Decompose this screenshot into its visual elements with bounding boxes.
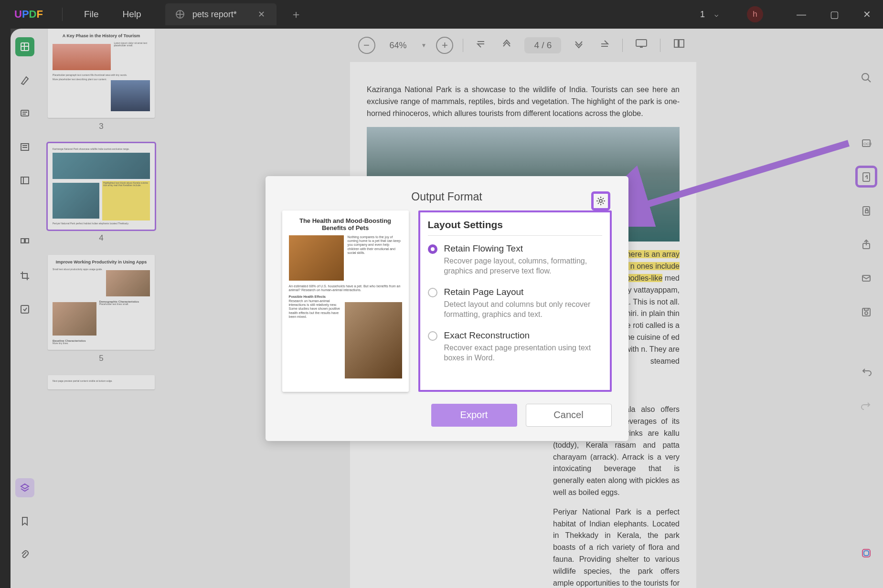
radio-icon xyxy=(428,288,437,297)
layout-settings-panel: Layout Settings Retain Flowing TextRecov… xyxy=(418,210,612,392)
user-avatar[interactable]: h xyxy=(747,6,763,22)
tab-close-icon[interactable]: ✕ xyxy=(256,7,267,21)
doc-dropdown-icon[interactable]: ⌵ xyxy=(714,10,718,18)
document-tab[interactable]: pets report* ✕ xyxy=(165,3,277,25)
menu-file[interactable]: File xyxy=(84,9,99,20)
dialog-title: Output Format xyxy=(282,190,612,203)
new-tab-button[interactable]: ＋ xyxy=(288,5,304,24)
minimize-button[interactable]: — xyxy=(789,5,813,24)
radio-icon xyxy=(428,244,437,254)
main-area: A Key Phase in the History of Tourism Lo… xyxy=(11,29,883,588)
cancel-button[interactable]: Cancel xyxy=(526,404,612,427)
modal-overlay: Output Format The Health and Mood-Boosti… xyxy=(11,29,883,588)
settings-title: Layout Settings xyxy=(428,219,602,236)
menu-help[interactable]: Help xyxy=(123,9,141,20)
option-page-layout[interactable]: Retain Page LayoutDetect layout and colu… xyxy=(428,287,602,320)
tab-title: pets report* xyxy=(192,10,237,20)
export-button[interactable]: Export xyxy=(431,404,517,427)
output-format-dialog: Output Format The Health and Mood-Boosti… xyxy=(266,176,628,441)
preview-pane: The Health and Mood-Boosting Benefits of… xyxy=(282,210,409,392)
tab-document-icon xyxy=(175,9,185,20)
close-button[interactable]: ✕ xyxy=(856,5,878,24)
maximize-button[interactable]: ▢ xyxy=(823,5,846,24)
radio-icon xyxy=(428,331,437,341)
option-flowing-text[interactable]: Retain Flowing TextRecover page layout, … xyxy=(428,243,602,276)
doc-count: 1 xyxy=(700,10,705,20)
app-logo: UPDF xyxy=(5,8,53,21)
option-exact-reconstruction[interactable]: Exact ReconstructionRecover exact page p… xyxy=(428,330,602,363)
settings-gear-icon[interactable] xyxy=(591,191,610,210)
svg-point-23 xyxy=(599,200,602,202)
titlebar: UPDF File Help pets report* ✕ ＋ 1 ⌵ h — … xyxy=(0,0,883,29)
